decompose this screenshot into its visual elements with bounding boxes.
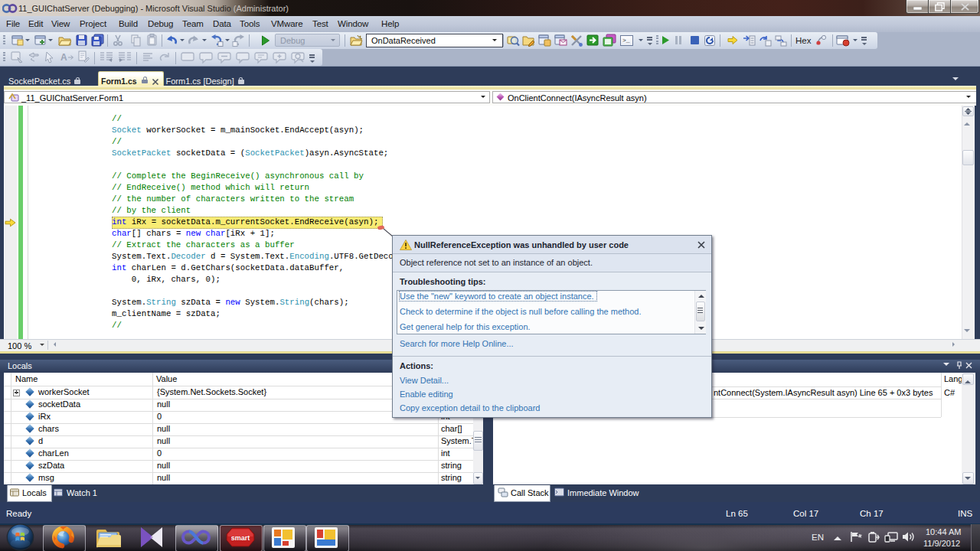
svg-text:smart: smart (231, 534, 250, 542)
svg-text:A: A (60, 52, 67, 63)
